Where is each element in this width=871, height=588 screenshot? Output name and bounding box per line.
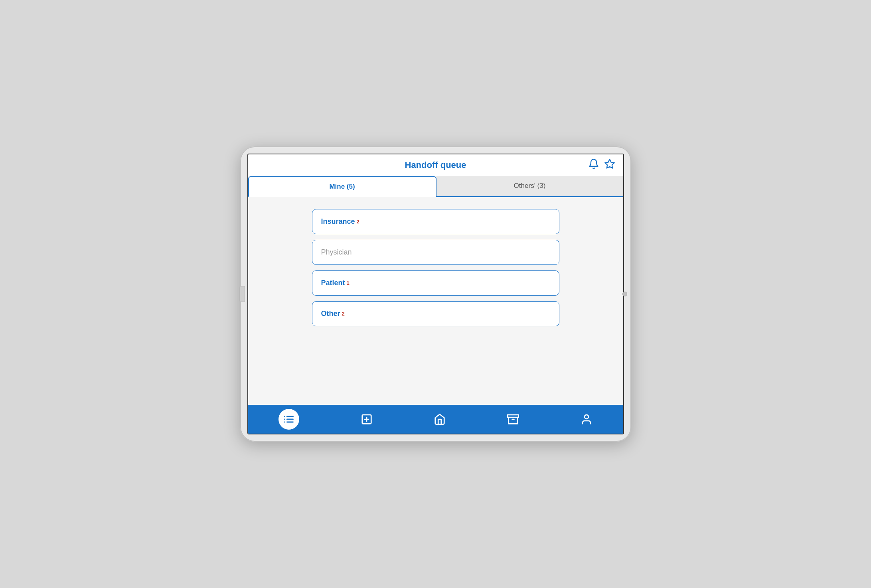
screen: Handoff queue Mine (5) Others' (3) [247,154,624,434]
header-actions [588,158,615,172]
tablet-side-button[interactable] [239,286,245,302]
physician-label: Physician [321,248,352,257]
svg-point-12 [585,415,589,419]
tabs-bar: Mine (5) Others' (3) [248,176,623,197]
nav-list-button[interactable] [278,409,299,430]
header: Handoff queue [248,154,623,176]
queue-item-patient[interactable]: Patient 1 [312,270,559,296]
other-label: Other [321,310,340,318]
queue-item-insurance[interactable]: Insurance 2 [312,209,559,234]
bottom-nav [248,405,623,434]
nav-add-button[interactable] [361,413,373,425]
tablet-camera [622,292,627,296]
tablet-frame: Handoff queue Mine (5) Others' (3) [240,146,631,442]
insurance-label: Insurance [321,217,355,226]
nav-user-button[interactable] [581,413,593,425]
tab-mine[interactable]: Mine (5) [248,176,436,197]
main-content: Insurance 2 Physician Patient 1 Other 2 [248,197,623,405]
page-title: Handoff queue [405,160,466,170]
patient-label: Patient [321,279,345,287]
svg-marker-0 [605,159,614,168]
queue-item-other[interactable]: Other 2 [312,301,559,326]
tab-others[interactable]: Others' (3) [436,176,623,196]
nav-archive-button[interactable] [507,413,519,425]
bell-icon[interactable] [588,158,599,172]
insurance-count: 2 [357,219,359,225]
nav-home-button[interactable] [434,413,446,425]
patient-count: 1 [347,280,350,286]
other-count: 2 [342,311,345,317]
queue-item-physician[interactable]: Physician [312,240,559,265]
star-icon[interactable] [604,158,615,172]
svg-rect-10 [508,415,519,417]
